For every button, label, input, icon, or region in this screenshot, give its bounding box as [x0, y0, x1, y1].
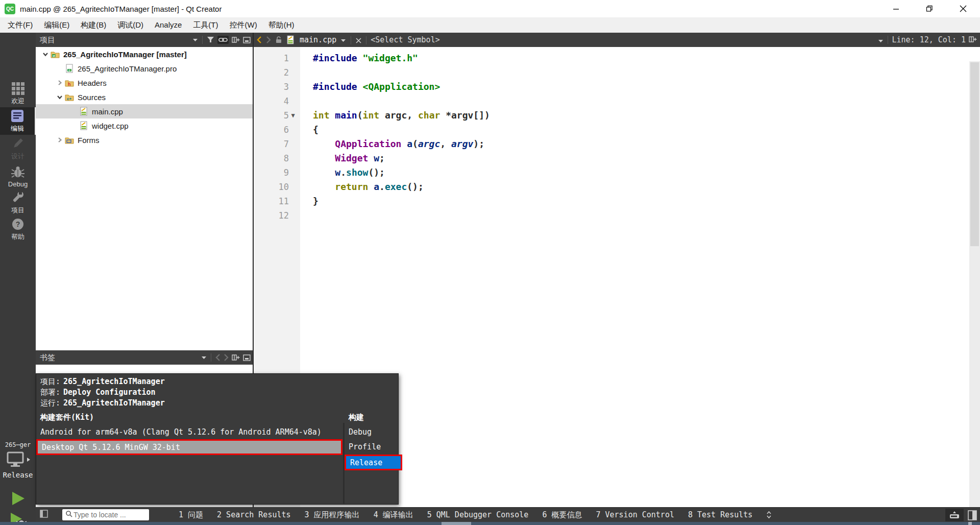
code-line: return a.exec();	[313, 180, 980, 194]
restore-button[interactable]	[913, 0, 946, 17]
menu-item[interactable]: 调试(D)	[112, 17, 149, 33]
back-chevron-gray-icon[interactable]	[215, 354, 220, 361]
kit-option[interactable]: Desktop Qt 5.12.6 MinGW 32-bit	[36, 439, 342, 455]
link-icon[interactable]	[218, 37, 228, 43]
split-add-icon[interactable]	[969, 36, 977, 43]
line-number: 6	[272, 125, 289, 135]
kit-selector-build-config: Release	[0, 471, 36, 479]
forward-chevron-gray-icon[interactable]	[224, 354, 229, 361]
symbol-selector[interactable]: <Select Symbol>	[371, 35, 439, 44]
tree-item[interactable]: qt 265_AgritechIoTManager.pro	[36, 61, 253, 76]
output-panel-button[interactable]: 1 问题	[179, 510, 203, 520]
output-panel-button[interactable]: 6 概要信息	[542, 510, 582, 520]
close-x-icon[interactable]	[356, 38, 361, 43]
tree-chevron-icon[interactable]	[41, 51, 50, 57]
cpp-file-icon	[79, 121, 89, 130]
forward-chevron-icon[interactable]	[266, 36, 271, 43]
open-file-name[interactable]: main.cpp	[300, 35, 336, 44]
editor-scrollbar[interactable]	[969, 61, 980, 521]
tree-item[interactable]: widget.cpp	[36, 118, 253, 133]
kit-selection-popup: 构建套件(Kit) 构建 项目:265_AgritechIoTManager 部…	[36, 373, 399, 505]
locator[interactable]	[62, 509, 149, 520]
mode-button-projects[interactable]: 项目	[0, 189, 36, 217]
menu-item[interactable]: Analyze	[149, 17, 187, 33]
output-panel-button[interactable]: 4 编译输出	[374, 510, 413, 520]
tree-item[interactable]: main.cpp	[36, 104, 253, 118]
tree-item[interactable]: Forms	[36, 133, 253, 147]
qt-project-icon: qt	[50, 50, 60, 58]
run-button[interactable]	[0, 489, 36, 508]
code-line: QApplication a(argc, argv);	[313, 137, 980, 151]
dropdown-arrow-icon[interactable]	[340, 38, 346, 42]
popup-info-value: 265_AgritechIoTManager	[63, 398, 165, 409]
project-tree: qt 265_AgritechIoTManager [master] qt 26…	[36, 47, 253, 350]
collapse-pane-icon[interactable]	[243, 37, 251, 43]
up-down-chevrons-icon[interactable]	[766, 511, 772, 519]
menu-item[interactable]: 工具(T)	[187, 17, 224, 33]
output-pane-toggle[interactable]	[945, 509, 964, 521]
minimize-button[interactable]	[879, 0, 913, 17]
fold-marker-icon[interactable]: ▼	[289, 112, 297, 119]
menu-item[interactable]: 编辑(E)	[38, 17, 75, 33]
split-add-icon[interactable]	[232, 36, 240, 43]
menu-bar: 文件(F)编辑(E)构建(B)调试(D)Analyze工具(T)控件(W)帮助(…	[0, 17, 980, 33]
panel-toggle-icon[interactable]	[968, 510, 977, 520]
collapse-pane-icon[interactable]	[243, 354, 251, 361]
output-panel-button[interactable]: 7 Version Control	[596, 510, 674, 519]
dropdown-arrow-icon[interactable]	[192, 38, 198, 42]
filter-icon[interactable]	[207, 36, 214, 43]
build-config-option[interactable]: Profile	[345, 439, 399, 454]
output-panel-button[interactable]: 2 Search Results	[217, 510, 291, 519]
popup-info-label: 部署:	[40, 388, 60, 398]
mode-label: 编辑	[11, 124, 24, 133]
menu-item[interactable]: 帮助(H)	[263, 17, 300, 33]
tree-chevron-icon[interactable]	[55, 137, 64, 143]
menu-item[interactable]: 控件(W)	[224, 17, 263, 33]
kit-option[interactable]: Android for arm64-v8a (Clang Qt 5.12.6 f…	[36, 425, 342, 439]
tree-item[interactable]: c+ Sources	[36, 90, 253, 104]
dropdown-arrow-icon[interactable]	[201, 355, 207, 360]
sidebar-toggle-icon[interactable]	[40, 510, 48, 518]
mode-button-design: 设计	[0, 135, 36, 162]
sources-folder-icon: c+	[64, 93, 75, 101]
locator-input[interactable]	[72, 510, 141, 519]
mode-button-help[interactable]: ?帮助	[0, 216, 36, 243]
svg-text:h: h	[68, 82, 71, 87]
cursor-position: Line: 12, Col: 1	[892, 35, 966, 44]
code-area[interactable]: #include "widget.h"#include <QApplicatio…	[300, 47, 980, 507]
taskbar-segment	[968, 522, 972, 525]
split-add-icon[interactable]	[232, 354, 240, 361]
project-pane-header: 项目	[36, 33, 253, 47]
mode-button-edit[interactable]: 编辑	[0, 107, 36, 135]
line-number: 2	[272, 67, 289, 78]
tree-chevron-icon[interactable]	[55, 80, 64, 86]
back-chevron-icon[interactable]	[257, 36, 262, 43]
menu-item[interactable]: 文件(F)	[2, 17, 38, 33]
close-button[interactable]	[946, 0, 980, 17]
dropdown-arrow-icon[interactable]	[878, 39, 884, 43]
scrollbar-thumb[interactable]	[970, 62, 979, 246]
tree-chevron-icon[interactable]	[55, 94, 64, 100]
mode-label: 欢迎	[11, 97, 24, 106]
mode-button-welcome[interactable]: 欢迎	[0, 80, 36, 107]
app-logo-icon: QC	[5, 4, 15, 14]
menu-item[interactable]: 构建(B)	[75, 17, 112, 33]
tree-item[interactable]: h Headers	[36, 76, 253, 90]
code-line	[313, 94, 980, 108]
output-panel-button[interactable]: 3 应用程序输出	[305, 510, 360, 520]
monitor-icon	[6, 451, 27, 468]
build-config-option[interactable]: Debug	[345, 425, 399, 439]
output-panel-button[interactable]: 5 QML Debugger Console	[427, 510, 529, 519]
popup-info-row: 项目:265_AgritechIoTManager	[40, 377, 165, 388]
mode-label: 设计	[11, 152, 24, 161]
mode-button-debug[interactable]: Debug	[0, 162, 36, 190]
line-number: 9	[272, 168, 289, 178]
kit-selector-button[interactable]	[6, 450, 31, 469]
tree-item-label: 265_AgritechIoTManager.pro	[78, 64, 177, 73]
mode-label: 项目	[11, 206, 24, 215]
build-config-option[interactable]: Release	[345, 455, 402, 470]
unlocked-padlock-icon[interactable]	[275, 36, 282, 43]
output-panel-button[interactable]: 8 Test Results	[688, 510, 752, 519]
tree-item[interactable]: qt 265_AgritechIoTManager [master]	[36, 47, 253, 61]
kit-column-header: 构建套件(Kit)	[40, 413, 94, 422]
